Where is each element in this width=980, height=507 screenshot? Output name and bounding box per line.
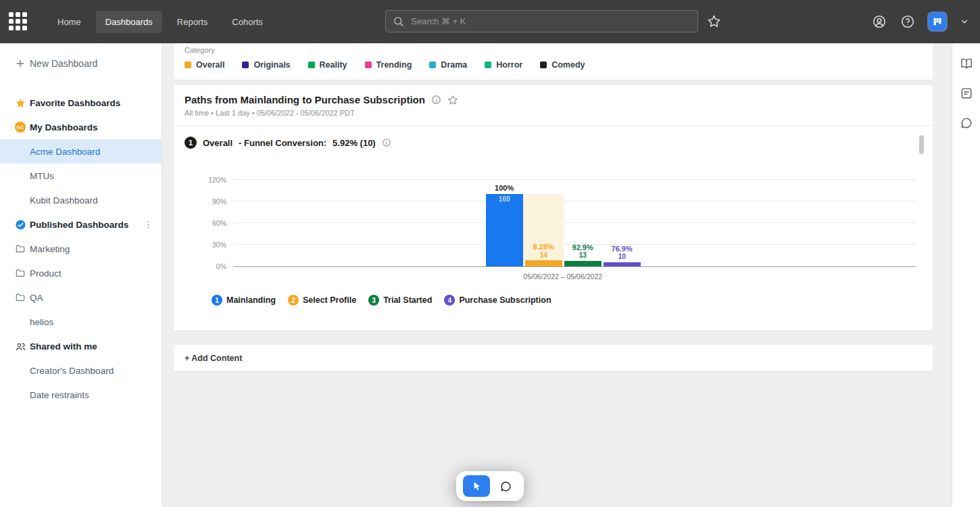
sidebar-item-label: QA bbox=[30, 293, 43, 303]
bar-count-label: 13 bbox=[564, 251, 602, 260]
report-time-range: All time • Last 1 day • 05/06/2022 - 05/… bbox=[185, 109, 922, 117]
account-icon[interactable] bbox=[872, 14, 887, 29]
bar-conversion-label: 76.9% bbox=[604, 245, 641, 254]
sidebar-item-label: New Dashboard bbox=[30, 58, 97, 69]
sidebar-item-label: My Dashboards bbox=[30, 122, 98, 132]
sidebar-item-date-restraints[interactable]: Date restraints bbox=[0, 383, 162, 407]
indent-spacer bbox=[15, 364, 30, 377]
category-legend: Overall Originals Reality Trending Drama… bbox=[185, 60, 922, 70]
bar-conversion-label: 8.28% bbox=[525, 243, 562, 251]
chip-label: Trending bbox=[376, 60, 412, 70]
bar-conversion-label: 92.9% bbox=[564, 243, 602, 252]
nav-home[interactable]: Home bbox=[48, 11, 91, 33]
favorite-star-icon[interactable] bbox=[707, 14, 721, 31]
indent-spacer bbox=[15, 194, 30, 206]
sidebar-item-label: Product bbox=[30, 268, 62, 279]
legend-chip-comedy[interactable]: Comedy bbox=[540, 60, 585, 70]
add-content-button[interactable]: + Add Content bbox=[174, 345, 933, 371]
sidebar-item-qa[interactable]: QA bbox=[0, 285, 162, 310]
help-icon[interactable] bbox=[900, 14, 915, 29]
legend-chip-trending[interactable]: Trending bbox=[365, 60, 412, 70]
sidebar-item-shared-with-me[interactable]: Shared with me bbox=[0, 334, 162, 358]
sidebar-item-label: Kubit Dashboard bbox=[30, 195, 98, 206]
x-axis-label: 05/06/2022 – 05/06/2022 bbox=[523, 272, 602, 281]
sidebar-item-label: Published Dashboards bbox=[30, 220, 128, 230]
funnel-bar-trial-started[interactable] bbox=[564, 261, 602, 266]
sidebar-item-product[interactable]: Product bbox=[0, 261, 162, 285]
info-icon[interactable] bbox=[431, 95, 441, 105]
global-search[interactable] bbox=[385, 10, 698, 32]
legend-step-mainlanding[interactable]: 1 Mainlanding bbox=[212, 295, 276, 306]
conversion-value: 5.92% (10) bbox=[333, 138, 376, 148]
star-icon[interactable] bbox=[447, 95, 458, 105]
legend-chip-drama[interactable]: Drama bbox=[429, 60, 467, 70]
group-name: Overall bbox=[203, 138, 232, 148]
swatch bbox=[365, 62, 372, 68]
sidebar-item-label: Shared with me bbox=[30, 341, 97, 352]
sidebar-item-label: Acme Dashboard bbox=[30, 147, 100, 157]
comment-icon[interactable] bbox=[960, 116, 973, 130]
verified-check-icon bbox=[15, 218, 30, 231]
sidebar-item-mtus[interactable]: MTUs bbox=[0, 164, 162, 188]
gridline bbox=[233, 201, 916, 201]
swatch bbox=[429, 62, 436, 68]
sidebar-item-label: Marketing bbox=[30, 244, 70, 254]
new-dashboard-button[interactable]: New Dashboard bbox=[0, 49, 162, 78]
reader-icon[interactable] bbox=[960, 57, 973, 70]
apps-grid-icon[interactable] bbox=[929, 13, 946, 30]
conversion-label: - Funnel Conversion: bbox=[239, 138, 326, 148]
sidebar-item-label: Favorite Dashboards bbox=[30, 98, 120, 108]
comment-tool-button[interactable] bbox=[494, 475, 517, 497]
chip-label: Horror bbox=[496, 60, 522, 70]
search-input[interactable] bbox=[410, 16, 691, 27]
sidebar-item-published-dashboards[interactable]: Published Dashboards bbox=[0, 212, 162, 237]
sidebar-item-creators-dashboard[interactable]: Creator's Dashboard bbox=[0, 358, 162, 383]
y-tick-label: 30% bbox=[212, 241, 226, 249]
step-label: Trial Started bbox=[383, 295, 432, 305]
legend-step-select-profile[interactable]: 2 Select Profile bbox=[288, 295, 356, 306]
sidebar-item-favorite-dashboards[interactable]: Favorite Dashboards bbox=[0, 91, 162, 115]
legend-chip-overall[interactable]: Overall bbox=[185, 60, 224, 70]
legend-step-purchase-subscription[interactable]: 4 Purchase Subscription bbox=[444, 295, 551, 306]
annotation-icon[interactable] bbox=[960, 87, 973, 100]
legend-chip-horror[interactable]: Horror bbox=[485, 60, 522, 70]
primary-nav: Home Dashboards Reports Cohorts bbox=[48, 11, 272, 33]
folder-icon bbox=[15, 243, 30, 255]
legend-chip-originals[interactable]: Originals bbox=[242, 60, 290, 70]
bar-count-label: 169 bbox=[486, 195, 523, 203]
add-content-label: + Add Content bbox=[185, 354, 242, 363]
search-icon bbox=[393, 16, 404, 27]
sidebar-item-helios[interactable]: helios bbox=[0, 310, 162, 334]
funnel-bar-mainlanding[interactable]: 169 bbox=[486, 194, 523, 266]
nav-reports[interactable]: Reports bbox=[168, 11, 218, 33]
bar-count-label: 10 bbox=[604, 253, 641, 261]
workspace-badge-icon: GC bbox=[15, 121, 30, 133]
dashboard-canvas: Category Overall Originals Reality Trend… bbox=[162, 43, 952, 507]
funnel-bar-purchase-subscription[interactable] bbox=[604, 262, 641, 266]
step-label: Purchase Subscription bbox=[459, 295, 551, 305]
sidebar-item-label: Creator's Dashboard bbox=[30, 366, 114, 376]
legend-chip-reality[interactable]: Reality bbox=[308, 60, 347, 70]
sidebar-item-kubit-dashboard[interactable]: Kubit Dashboard bbox=[0, 188, 162, 212]
sidebar-item-marketing[interactable]: Marketing bbox=[0, 237, 162, 261]
info-icon[interactable] bbox=[382, 138, 391, 147]
pointer-tool-button[interactable] bbox=[463, 475, 490, 497]
sidebar-item-acme-dashboard[interactable]: Acme Dashboard bbox=[0, 139, 162, 164]
nav-cohorts[interactable]: Cohorts bbox=[222, 11, 272, 33]
kebab-menu-icon[interactable] bbox=[143, 220, 153, 230]
vertical-scrollbar[interactable] bbox=[919, 135, 924, 154]
sidebar-item-my-dashboards[interactable]: GC My Dashboards bbox=[0, 115, 162, 139]
right-tool-rail bbox=[952, 43, 980, 507]
sidebar-item-label: Date restraints bbox=[30, 390, 89, 400]
chip-label: Reality bbox=[320, 60, 347, 70]
nav-dashboards[interactable]: Dashboards bbox=[96, 11, 162, 33]
floating-toolbar bbox=[456, 471, 524, 501]
bar-count-label: 14 bbox=[525, 251, 562, 260]
cursor-icon bbox=[471, 481, 483, 492]
chip-label: Drama bbox=[441, 60, 467, 70]
category-label: Category bbox=[185, 46, 922, 54]
chevron-down-icon[interactable] bbox=[960, 17, 969, 26]
funnel-bar-select-profile[interactable] bbox=[525, 260, 562, 266]
legend-step-trial-started[interactable]: 3 Trial Started bbox=[368, 295, 432, 306]
app-logo-icon[interactable] bbox=[9, 12, 28, 31]
